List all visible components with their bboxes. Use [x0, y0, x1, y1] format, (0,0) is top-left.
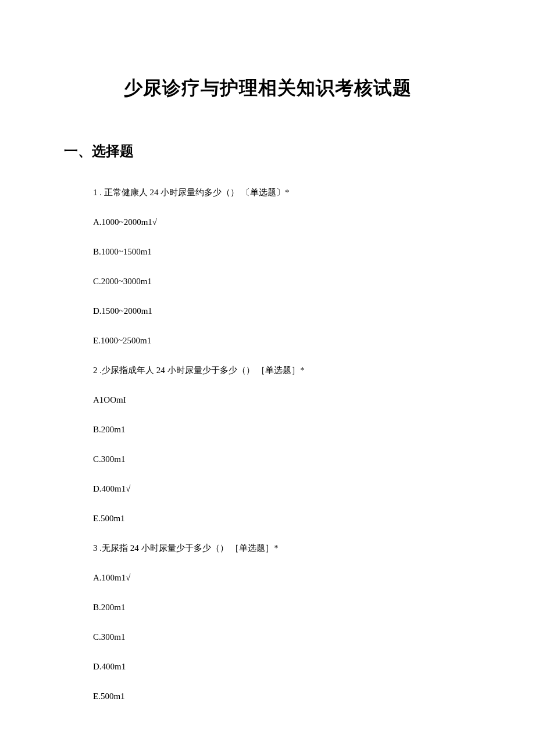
- questions-container: 1 . 正常健康人 24 小时尿量约多少（） 〔单选题〕* A.1000~200…: [64, 187, 471, 703]
- option-item: E.500m1: [93, 690, 471, 703]
- option-item: D.1500~2000m1: [93, 305, 471, 317]
- question-number: 3: [93, 542, 98, 554]
- option-item: D.400m1: [93, 661, 471, 673]
- question-number: 1: [93, 187, 98, 199]
- option-item: C.2000~3000m1: [93, 275, 471, 288]
- option-item: A.100m1√: [93, 572, 471, 584]
- question-text: . 正常健康人 24 小时尿量约多少（） 〔单选题〕*: [99, 188, 289, 197]
- option-item: B.200m1: [93, 601, 471, 614]
- option-item: C.300m1: [93, 631, 471, 643]
- page-title: 少尿诊疗与护理相关知识考核试题: [64, 76, 471, 101]
- option-item: A1OOmI: [93, 394, 471, 406]
- option-item: A.1000~2000m1√: [93, 216, 471, 228]
- option-item: E.1000~2500m1: [93, 335, 471, 347]
- question-text: .无尿指 24 小时尿量少于多少（） ［单选题］*: [99, 543, 279, 553]
- option-item: D.400m1√: [93, 483, 471, 495]
- question-stem: 2 .少尿指成年人 24 小时尿量少于多少（） ［单选题］*: [93, 364, 471, 377]
- section-header: 一、选择题: [64, 142, 471, 160]
- question-text: .少尿指成年人 24 小时尿量少于多少（） ［单选题］*: [99, 366, 305, 375]
- option-item: B.200m1: [93, 424, 471, 436]
- option-item: E.500m1: [93, 513, 471, 525]
- question-stem: 1 . 正常健康人 24 小时尿量约多少（） 〔单选题〕*: [93, 187, 471, 199]
- option-item: B.1000~1500m1: [93, 246, 471, 258]
- question-number: 2: [93, 364, 98, 377]
- question-stem: 3 .无尿指 24 小时尿量少于多少（） ［单选题］*: [93, 542, 471, 554]
- document-page: 少尿诊疗与护理相关知识考核试题 一、选择题 1 . 正常健康人 24 小时尿量约…: [0, 0, 535, 703]
- option-item: C.300m1: [93, 453, 471, 465]
